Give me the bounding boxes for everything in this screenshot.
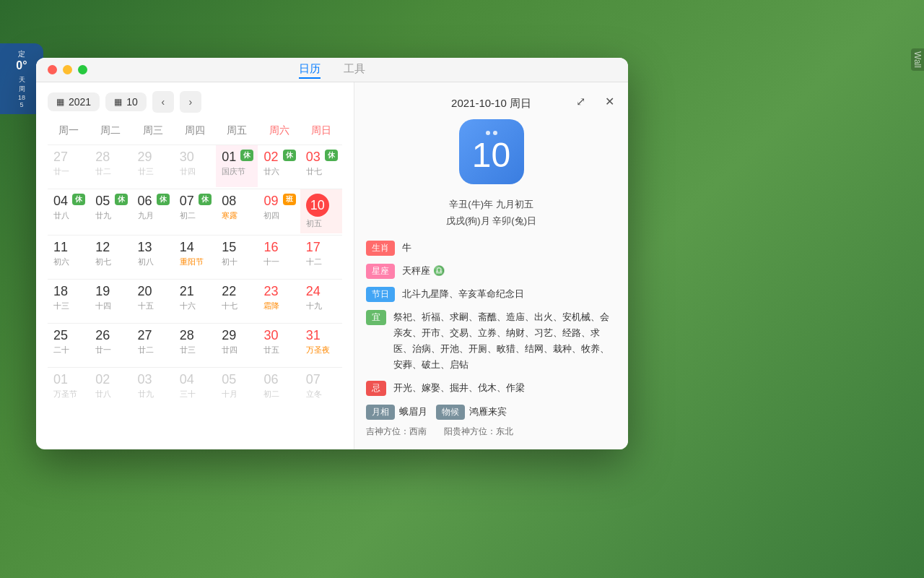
ganzhi-info: 辛丑(牛)年 九月初五 戊戌(狗)月 辛卯(兔)日 [366, 196, 616, 230]
wuhou-item: 物候 鸿雁来宾 [436, 404, 507, 420]
cell-nov03[interactable]: 03廿九 [132, 368, 174, 410]
badge-holiday-oct05: 休 [115, 194, 128, 205]
icon-dots [486, 131, 497, 135]
badge-holiday-oct07: 休 [199, 194, 212, 205]
shengxiao-tag: 生肖 [366, 241, 395, 256]
cell-oct17[interactable]: 17十二 [300, 236, 342, 277]
yuexiang-tag: 月相 [366, 405, 395, 420]
title-tabs: 日历 工具 [299, 61, 365, 79]
month-pill[interactable]: ▦ 10 [105, 92, 147, 111]
ji-tag: 忌 [366, 381, 386, 396]
yi-tag: 宜 [366, 310, 386, 325]
cal-row-5: 25二十 26廿一 27廿二 28廿三 29廿四 30廿五 31 万圣夜 [48, 323, 342, 366]
cell-oct19[interactable]: 19十四 [90, 280, 131, 322]
ji-row: 忌 开光、嫁娶、掘井、伐木、作梁 [366, 380, 616, 396]
yi-row: 宜 祭祀、祈福、求嗣、斋醮、造庙、出火、安机械、会亲友、开市、交易、立券、纳财、… [366, 309, 616, 373]
cell-oct11[interactable]: 11初六 [48, 236, 90, 277]
cell-oct31[interactable]: 31 万圣夜 [300, 324, 342, 366]
jieri-value: 北斗九星降、辛亥革命纪念日 [402, 286, 524, 302]
next-month-button[interactable]: › [180, 91, 201, 113]
badge-holiday-oct02: 休 [283, 150, 296, 161]
calendar-nav: ▦ 2021 ▦ 10 ‹ › [48, 91, 342, 113]
calendar-grid: 周一 周二 周三 周四 周五 周六 周日 27廿一 28廿二 29廿三 30廿四 [48, 121, 342, 410]
wall-label: Wall [911, 48, 924, 71]
wuhou-tag: 物候 [436, 405, 465, 420]
xingzuo-value: 天秤座 ♎ [402, 263, 445, 279]
cell-oct07[interactable]: 07 初二 休 [174, 189, 216, 233]
cell-nov06[interactable]: 06初二 [258, 368, 300, 410]
dot-1 [486, 131, 490, 135]
xingzuo-tag: 星座 [366, 264, 395, 279]
cell-oct27[interactable]: 27廿二 [132, 324, 174, 366]
day-headers: 周一 周二 周三 周四 周五 周六 周日 [48, 121, 342, 140]
prev-month-button[interactable]: ‹ [152, 91, 174, 113]
shengxiao-row: 生肖 牛 [366, 240, 616, 256]
cell-oct22[interactable]: 22十七 [216, 280, 258, 322]
cell-oct30[interactable]: 30廿五 [258, 324, 300, 366]
cal-row-4: 18十三 19十四 20十五 21十六 22十七 23 霜降 24十九 [48, 279, 342, 322]
cell-nov02[interactable]: 02廿八 [90, 368, 131, 410]
cell-oct05[interactable]: 05 廿九 休 [90, 189, 131, 233]
cell-oct13[interactable]: 13初八 [132, 236, 174, 277]
shengxiao-value: 牛 [402, 240, 411, 256]
cell-nov07[interactable]: 07 立冬 [300, 368, 342, 410]
cell-oct20[interactable]: 20十五 [132, 280, 174, 322]
header-mon: 周一 [48, 121, 90, 140]
jieri-row: 节日 北斗九星降、辛亥革命纪念日 [366, 286, 616, 302]
cell-oct18[interactable]: 18十三 [48, 280, 90, 322]
tab-calendar[interactable]: 日历 [299, 61, 321, 79]
year-pill[interactable]: ▦ 2021 [48, 92, 100, 111]
close-button[interactable] [48, 65, 57, 74]
cell-nov01[interactable]: 01 万圣节 [48, 368, 90, 410]
cell-oct04[interactable]: 04 廿八 休 [48, 189, 90, 233]
minimize-button[interactable] [63, 65, 72, 74]
detail-close-button[interactable]: ✕ [599, 91, 619, 111]
cell-sep30[interactable]: 30廿四 [174, 145, 216, 187]
cell-oct12[interactable]: 12初七 [90, 236, 131, 277]
header-sun: 周日 [300, 121, 342, 140]
cell-oct02[interactable]: 02 廿六 休 [258, 145, 300, 187]
header-tue: 周二 [90, 121, 131, 140]
cell-sep27[interactable]: 27廿一 [48, 145, 90, 187]
cell-oct24[interactable]: 24十九 [300, 280, 342, 322]
cell-nov05[interactable]: 05十月 [216, 368, 258, 410]
badge-holiday-oct04: 休 [72, 194, 85, 205]
expand-button[interactable]: ⤢ [570, 91, 590, 111]
yi-value: 祭祀、祈福、求嗣、斋醮、造庙、出火、安机械、会亲友、开市、交易、立券、纳财、习艺… [393, 309, 616, 373]
cell-oct09[interactable]: 09 初四 班 [258, 189, 300, 233]
cell-oct08[interactable]: 08 寒露 [216, 189, 258, 233]
ganzhi-line2: 戊戌(狗)月 辛卯(兔)日 [366, 212, 616, 229]
cell-oct23[interactable]: 23 霜降 [258, 280, 300, 322]
cell-sep29[interactable]: 29廿三 [132, 145, 174, 187]
cell-oct29[interactable]: 29廿四 [216, 324, 258, 366]
calendar-rows: 27廿一 28廿二 29廿三 30廿四 01 国庆节 休 02 廿六 休 [48, 144, 342, 410]
badge-holiday-oct03: 休 [325, 150, 338, 161]
detail-controls: ⤢ ✕ [570, 91, 619, 111]
tab-tools[interactable]: 工具 [344, 61, 365, 79]
cell-oct10-today[interactable]: 10 初五 [300, 189, 342, 233]
cell-oct15[interactable]: 15初十 [216, 236, 258, 277]
cell-oct01[interactable]: 01 国庆节 休 [216, 145, 258, 187]
cell-oct21[interactable]: 21十六 [174, 280, 216, 322]
cell-oct03[interactable]: 03 廿七 休 [300, 145, 342, 187]
cell-oct26[interactable]: 26廿一 [90, 324, 131, 366]
header-fri: 周五 [216, 121, 258, 140]
cal-row-6: 01 万圣节 02廿八 03廿九 04三十 05十月 06初二 07 立冬 [48, 367, 342, 410]
cell-oct06[interactable]: 06 九月 休 [132, 189, 174, 233]
cell-oct16[interactable]: 16十一 [258, 236, 300, 277]
header-thu: 周四 [174, 121, 216, 140]
yuexiang-value: 蛾眉月 [399, 404, 427, 420]
badge-work-oct09: 班 [283, 194, 296, 205]
bottom-info: 月相 蛾眉月 物候 鸿雁来宾 [366, 404, 616, 420]
title-bar: 日历 工具 [36, 58, 628, 82]
year-label: 2021 [69, 96, 91, 108]
maximize-button[interactable] [78, 65, 87, 74]
xingzuo-row: 星座 天秤座 ♎ [366, 263, 616, 279]
cell-sep28[interactable]: 28廿二 [90, 145, 131, 187]
header-sat: 周六 [258, 121, 300, 140]
cell-oct14[interactable]: 14 重阳节 [174, 236, 216, 277]
cell-oct28[interactable]: 28廿三 [174, 324, 216, 366]
direction-text: 吉神方位：西南 阳贵神方位：东北 [366, 426, 616, 438]
cell-oct25[interactable]: 25二十 [48, 324, 90, 366]
cell-nov04[interactable]: 04三十 [174, 368, 216, 410]
